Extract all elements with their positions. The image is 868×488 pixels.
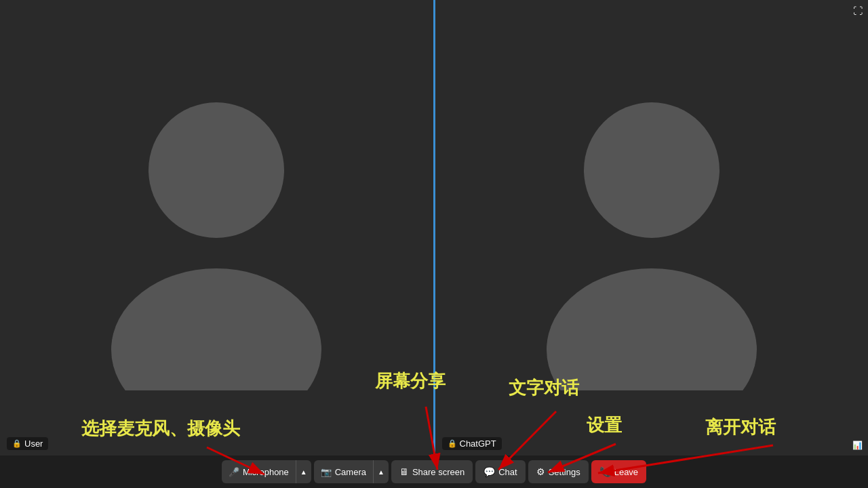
- avatar-right: [536, 65, 767, 390]
- chat-icon: 💬: [484, 466, 495, 477]
- video-panel-left: 🔒 User: [0, 0, 435, 455]
- leave-icon: 📞: [599, 466, 611, 477]
- camera-icon: 📷: [321, 467, 332, 477]
- lock-icon-left: 🔒: [12, 439, 22, 448]
- avatar-left: [101, 65, 332, 390]
- svg-point-3: [547, 268, 757, 390]
- camera-dropdown-arrow[interactable]: ▲: [373, 460, 389, 483]
- stats-icon: 📊: [852, 441, 863, 450]
- leave-button[interactable]: 📞 Leave: [591, 460, 646, 483]
- camera-button[interactable]: 📷 Camera: [314, 460, 373, 483]
- participant-name-left: 🔒 User: [7, 437, 48, 450]
- share-screen-button[interactable]: 🖥 Share screen: [391, 460, 473, 483]
- video-panel-right: 🔒 ChatGPT ⛶ 📊: [435, 0, 869, 455]
- toolbar: 🎤 Microphone ▲ 📷 Camera ▲ 🖥 Share screen…: [0, 455, 868, 488]
- expand-icon[interactable]: ⛶: [853, 5, 863, 16]
- lock-icon-right: 🔒: [448, 439, 457, 448]
- svg-point-2: [584, 102, 719, 238]
- video-grid: 🔒 User 🔒 ChatGPT ⛶ 📊: [0, 0, 868, 455]
- chat-button[interactable]: 💬 Chat: [475, 460, 525, 483]
- microphone-dropdown-arrow[interactable]: ▲: [296, 460, 311, 483]
- camera-btn-group[interactable]: 📷 Camera ▲: [314, 460, 389, 483]
- microphone-button[interactable]: 🎤 Microphone: [222, 460, 296, 483]
- svg-point-0: [149, 102, 284, 238]
- settings-button[interactable]: ⚙ Settings: [528, 460, 589, 483]
- participant-name-right: 🔒 ChatGPT: [442, 437, 502, 450]
- svg-point-1: [111, 268, 321, 390]
- microphone-btn-group[interactable]: 🎤 Microphone ▲: [222, 460, 311, 483]
- microphone-icon: 🎤: [229, 467, 239, 477]
- share-screen-icon: 🖥: [399, 466, 409, 477]
- settings-icon: ⚙: [536, 466, 545, 477]
